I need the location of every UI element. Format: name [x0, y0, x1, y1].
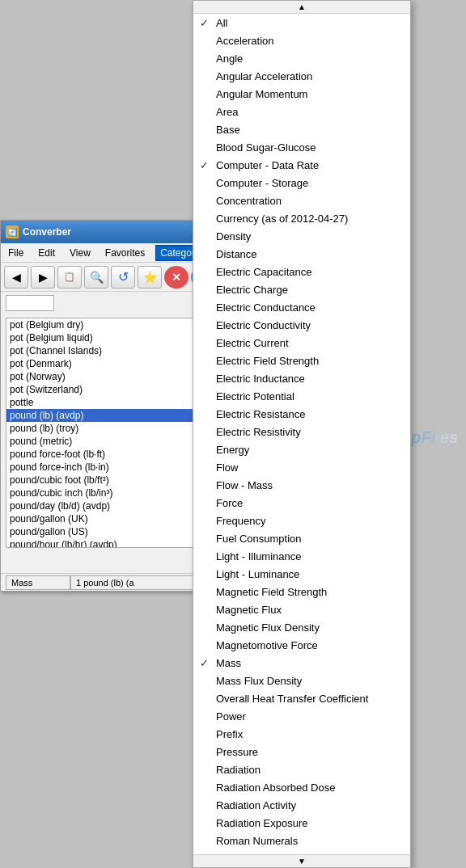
dropdown-item[interactable]: Force: [193, 494, 410, 512]
value-input[interactable]: 1: [6, 295, 54, 311]
title-left: 🔄 Converber: [6, 225, 71, 238]
dropdown-item[interactable]: Angle: [193, 49, 410, 67]
dropdown-item[interactable]: Currency (as of 2012-04-27): [193, 209, 410, 227]
dropdown-item[interactable]: Angular Momentum: [193, 85, 410, 103]
dropdown-item[interactable]: Electric Capacitance: [193, 263, 410, 280]
dropdown-item[interactable]: Electric Current: [193, 334, 410, 352]
dropdown-item[interactable]: Radiation Exposure: [193, 814, 410, 832]
forward-button[interactable]: ▶: [31, 266, 55, 289]
dropdown-item[interactable]: Magnetic Flux Density: [193, 618, 410, 636]
dropdown-item[interactable]: Light - Illuminance: [193, 547, 410, 565]
category-dropdown[interactable]: ▲ AllAccelerationAngleAngular Accelerati…: [193, 0, 411, 868]
dropdown-item[interactable]: All: [193, 14, 410, 32]
dropdown-item[interactable]: Base: [193, 120, 410, 138]
dropdown-item[interactable]: Mass: [193, 654, 410, 672]
menu-favorites[interactable]: Favorites: [101, 246, 149, 260]
dropdown-item[interactable]: Radiation Activity: [193, 796, 410, 814]
dropdown-item[interactable]: Magnetomotive Force: [193, 636, 410, 654]
dropdown-item[interactable]: Power: [193, 707, 410, 725]
dropdown-item[interactable]: Frequency: [193, 512, 410, 529]
dropdown-item[interactable]: Overall Heat Transfer Coefficient: [193, 689, 410, 707]
dropdown-item[interactable]: Angular Acceleration: [193, 67, 410, 85]
back-button[interactable]: ◀: [4, 266, 28, 289]
dropdown-item[interactable]: Roman Numerals: [193, 832, 410, 849]
dropdown-item[interactable]: Energy: [193, 440, 410, 458]
dropdown-item[interactable]: Magnetic Field Strength: [193, 583, 410, 600]
scroll-up-icon: ▲: [298, 2, 306, 11]
dropdown-item[interactable]: Light - Luminance: [193, 565, 410, 583]
dropdown-item[interactable]: Radiation Absorbed Dose: [193, 778, 410, 796]
menu-file[interactable]: File: [4, 246, 28, 260]
dropdown-item[interactable]: Electric Conductance: [193, 298, 410, 316]
dropdown-item[interactable]: Magnetic Flux: [193, 600, 410, 618]
dropdown-item[interactable]: Flow - Mass: [193, 476, 410, 494]
status-category: Mass: [6, 575, 70, 590]
dropdown-item[interactable]: Electric Conductivity: [193, 316, 410, 334]
dropdown-item[interactable]: Flow: [193, 458, 410, 476]
app-icon: 🔄: [6, 225, 19, 238]
dropdown-item[interactable]: Computer - Data Rate: [193, 156, 410, 174]
dropdown-item[interactable]: Pressure: [193, 743, 410, 761]
window-title: Converber: [23, 226, 71, 238]
copy-button[interactable]: 📋: [57, 266, 82, 289]
dropdown-item[interactable]: Electric Charge: [193, 280, 410, 298]
dropdown-item[interactable]: Distance: [193, 245, 410, 263]
dropdown-item[interactable]: Electric Field Strength: [193, 352, 410, 369]
dropdown-item[interactable]: Computer - Storage: [193, 174, 410, 192]
scroll-down-button[interactable]: ▼: [193, 854, 410, 867]
dropdown-item[interactable]: Blood Sugar-Glucose: [193, 138, 410, 156]
favorites-button[interactable]: ⭐: [138, 266, 162, 289]
dropdown-item[interactable]: Electric Inductance: [193, 369, 410, 387]
refresh-button[interactable]: ↺: [111, 266, 135, 289]
dropdown-item[interactable]: Electric Resistance: [193, 405, 410, 423]
dropdown-item[interactable]: Concentration: [193, 192, 410, 209]
status-value: 1 pound (lb) (a: [70, 575, 200, 590]
dropdown-item[interactable]: Area: [193, 103, 410, 120]
dropdown-item[interactable]: Prefix: [193, 725, 410, 743]
dropdown-items-container: AllAccelerationAngleAngular Acceleration…: [193, 14, 410, 854]
menu-edit[interactable]: Edit: [34, 246, 59, 260]
help2-button[interactable]: ✕: [164, 266, 189, 289]
scroll-up-button[interactable]: ▲: [193, 1, 410, 14]
search-button[interactable]: 🔍: [84, 266, 108, 289]
dropdown-item[interactable]: Radiation: [193, 761, 410, 778]
dropdown-item[interactable]: Density: [193, 227, 410, 245]
scroll-down-icon: ▼: [298, 857, 306, 866]
dropdown-item[interactable]: Fuel Consumption: [193, 529, 410, 547]
dropdown-item[interactable]: Mass Flux Density: [193, 672, 410, 689]
dropdown-item[interactable]: Electric Resistivity: [193, 423, 410, 440]
dropdown-item[interactable]: Electric Potential: [193, 387, 410, 405]
menu-view[interactable]: View: [66, 246, 95, 260]
dropdown-item[interactable]: Acceleration: [193, 32, 410, 49]
